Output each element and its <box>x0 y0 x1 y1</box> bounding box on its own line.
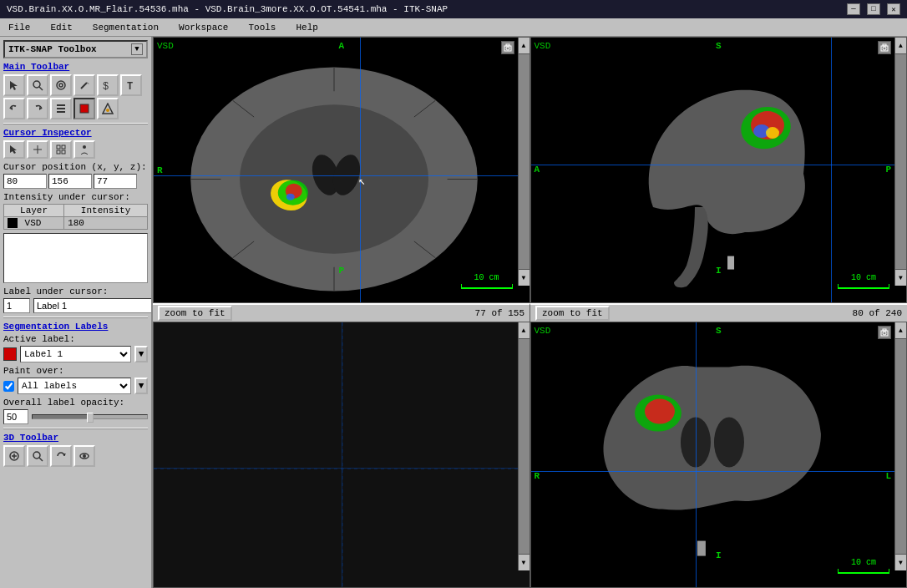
toolbar-row-1: $ T <box>3 74 148 96</box>
active-label-row: Label 1 ▼ <box>3 346 148 362</box>
svg-point-32 <box>506 47 509 50</box>
paint-over-text: Paint over: <box>3 366 148 376</box>
toolbar-3d-header: 3D Toolbar <box>3 433 148 443</box>
screenshot-btn-br[interactable] <box>878 326 891 339</box>
3d-eye-button[interactable] <box>73 445 95 467</box>
intensity-row-vsd: VSD 180 <box>4 217 148 230</box>
paint-over-checkbox[interactable] <box>3 381 14 392</box>
zoom-fit-tl[interactable]: zoom to fit <box>158 306 232 321</box>
vp-br-scrollbar-v[interactable]: ▲ ▼ <box>894 322 906 570</box>
svg-rect-20 <box>57 150 60 154</box>
paint-over-dropdown-button[interactable]: ▼ <box>134 378 148 394</box>
svg-text:T: T <box>127 81 133 91</box>
paint-tool-button[interactable] <box>73 74 95 96</box>
status-bar-top-left: zoom to fit77 of 155 <box>153 303 530 322</box>
color-button[interactable] <box>97 98 119 119</box>
svg-line-1 <box>39 87 43 90</box>
menu-workspace[interactable]: Workspace <box>174 21 233 34</box>
scroll-track-br <box>895 339 906 554</box>
inspector-pointer-button[interactable] <box>3 140 25 159</box>
svg-marker-28 <box>63 454 66 456</box>
paint-over-checkbox-row <box>3 381 14 392</box>
maximize-button[interactable]: □ <box>867 3 880 15</box>
scroll-down-btn-bl[interactable]: ▼ <box>519 554 530 570</box>
active-label-dropdown-button[interactable]: ▼ <box>134 346 148 362</box>
scroll-up-btn-br[interactable]: ▲ <box>895 322 906 339</box>
menu-edit[interactable]: Edit <box>45 21 77 34</box>
3d-zoom-button[interactable] <box>27 445 48 467</box>
annotation-tool-button[interactable]: T <box>120 74 142 96</box>
layer-col-header: Layer <box>4 205 64 217</box>
opacity-row: 50 <box>3 409 148 424</box>
zoom-fit-tr[interactable]: zoom to fit <box>535 306 610 321</box>
label-id-input[interactable]: 1 <box>3 298 30 313</box>
zoom-tool-button[interactable] <box>27 74 48 96</box>
3d-rotate-button[interactable] <box>50 445 72 467</box>
paint-over-select[interactable]: All labels <box>18 378 131 394</box>
scroll-up-btn-bl[interactable]: ▲ <box>519 322 530 339</box>
left-panel: ITK-SNAP Toolbox ▼ Main Toolbar $ T <box>0 37 153 588</box>
scroll-track-tr <box>895 54 906 269</box>
undo-button[interactable] <box>3 98 25 119</box>
active-label-select[interactable]: Label 1 <box>20 346 131 362</box>
cursor-y-input[interactable]: 156 <box>48 174 92 189</box>
brain-canvas-top-right <box>531 38 908 303</box>
svg-point-38 <box>883 332 886 335</box>
snake-tool-button[interactable]: $ <box>97 74 119 96</box>
scroll-down-btn-br[interactable]: ▼ <box>895 554 906 570</box>
inspector-crosshair-button[interactable] <box>27 140 48 159</box>
viewport-top-right[interactable]: VSD S A P I 10 cm ▲ <box>530 37 908 303</box>
brain-canvas-bottom-left <box>154 322 530 588</box>
svg-rect-12 <box>57 104 65 106</box>
scroll-up-btn-tr[interactable]: ▲ <box>895 38 906 54</box>
opacity-label-text: Overall label opacity: <box>3 398 148 408</box>
label-under-cursor-label: Label under cursor: <box>3 286 148 297</box>
label-button[interactable] <box>73 98 95 119</box>
vp-tl-scrollbar-v[interactable]: ▲ ▼ <box>518 38 530 286</box>
svg-rect-19 <box>62 145 65 149</box>
opacity-value-input[interactable]: 50 <box>3 409 28 424</box>
menu-help[interactable]: Help <box>291 21 322 34</box>
brain-canvas-bottom-right <box>531 322 908 588</box>
vp-bl-scrollbar-v[interactable]: ▲ ▼ <box>518 322 530 570</box>
vp-tr-scrollbar-v[interactable]: ▲ ▼ <box>894 38 906 286</box>
viewport-top-left[interactable]: VSD A R L P 10 cm <box>153 37 530 303</box>
scroll-down-btn-tr[interactable]: ▼ <box>895 269 906 286</box>
svg-rect-36 <box>883 44 886 46</box>
svg-point-35 <box>883 47 886 50</box>
inspector-grid-button[interactable] <box>50 140 72 159</box>
3d-add-button[interactable] <box>3 445 25 467</box>
svg-point-2 <box>57 81 65 89</box>
menu-tools[interactable]: Tools <box>243 21 281 34</box>
scroll-down-btn-tl[interactable]: ▼ <box>519 269 530 286</box>
window-controls: ─ □ ✕ <box>847 3 900 15</box>
menu-file[interactable]: File <box>3 21 35 34</box>
close-button[interactable]: ✕ <box>887 3 900 15</box>
screenshot-btn-tr[interactable] <box>878 41 891 54</box>
title-text: VSD.Brain.XX.O.MR_Flair.54536.mha - VSD.… <box>7 4 448 14</box>
layers-button[interactable] <box>50 98 72 119</box>
screenshot-btn-tl[interactable] <box>501 41 514 54</box>
opacity-slider-thumb[interactable] <box>87 413 94 423</box>
inspector-person-button[interactable] <box>73 140 95 159</box>
title-bar: VSD.Brain.XX.O.MR_Flair.54536.mha - VSD.… <box>0 0 907 18</box>
cursor-z-input[interactable]: 77 <box>94 174 137 189</box>
status-row: zoom to fit77 of 155zoom to fit80 of 240 <box>153 303 907 322</box>
redo-button[interactable] <box>27 98 48 119</box>
label-under-cursor-row: 1 Label 1 <box>3 298 148 313</box>
label-name-input[interactable]: Label 1 <box>33 298 153 313</box>
cursor-x-input[interactable]: 80 <box>3 174 47 189</box>
scroll-up-btn-tl[interactable]: ▲ <box>519 38 530 54</box>
menu-segmentation[interactable]: Segmentation <box>88 21 164 34</box>
extra-intensity-area <box>3 233 148 283</box>
viewport-bottom-right[interactable]: VSD S R L I 10 cm ▲ <box>530 322 908 588</box>
viewport-bottom-left[interactable]: ▲ ▼ <box>153 322 530 588</box>
intensity-value-cell: 180 <box>64 217 148 230</box>
toolbox-expand-button[interactable]: ▼ <box>131 43 143 55</box>
pointer-tool-button[interactable] <box>3 74 25 96</box>
svg-rect-21 <box>62 150 65 154</box>
minimize-button[interactable]: ─ <box>847 3 860 15</box>
status-bar-tl <box>153 570 530 588</box>
inspector-tools <box>3 140 148 159</box>
pan-tool-button[interactable] <box>50 74 72 96</box>
